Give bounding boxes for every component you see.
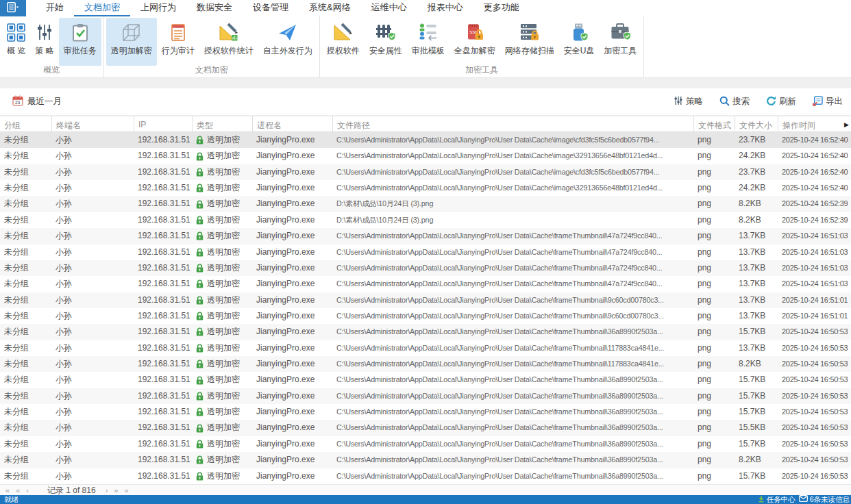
table-row[interactable]: 未分组 小孙 192.168.31.51 透明加密 JianyingPro.ex… (0, 468, 851, 484)
table-row[interactable]: 未分组 小孙 192.168.31.51 透明加密 JianyingPro.ex… (0, 148, 851, 164)
tab-ops-center[interactable]: 运维中心 (361, 0, 417, 16)
next-page-button[interactable]: › (106, 486, 108, 495)
table-row[interactable]: 未分组 小孙 192.168.31.51 透明加密 JianyingPro.ex… (0, 452, 851, 468)
table-row[interactable]: 未分组 小孙 192.168.31.51 透明加密 JianyingPro.ex… (0, 212, 851, 228)
cell-group: 未分组 (0, 340, 51, 356)
paper-plane-icon (278, 21, 297, 43)
cell-terminal: 小孙 (51, 452, 134, 468)
tab-start[interactable]: 开始 (36, 0, 74, 16)
ribbon-button-behavior-audit[interactable]: 行为审计 (157, 18, 199, 66)
refresh-button[interactable]: 刷新 (766, 96, 796, 108)
type-label: 透明加密 (207, 452, 240, 468)
prev-page-button[interactable]: ‹ (26, 486, 29, 495)
column-header-format[interactable]: 文件格式 (693, 116, 735, 131)
lock-icon (196, 248, 204, 257)
table-row[interactable]: 未分组 小孙 192.168.31.51 透明加密 JianyingPro.ex… (0, 372, 851, 388)
ribbon-button-approval-tasks[interactable]: 审批任务 (59, 18, 101, 66)
tab-report-center[interactable]: 报表中心 (417, 0, 473, 16)
cell-terminal: 小孙 (51, 196, 134, 212)
app-menu-button[interactable] (0, 0, 26, 16)
ribbon-button-security-attributes[interactable]: 安全属性 (365, 18, 407, 66)
column-header-time[interactable]: 操作时间 (778, 116, 851, 131)
table-row[interactable]: 未分组 小孙 192.168.31.51 透明加密 JianyingPro.ex… (0, 308, 851, 324)
ribbon-button-overview[interactable]: 概 览 (2, 18, 30, 66)
column-header-type[interactable]: 类型 (192, 116, 252, 131)
cell-time: 2025-10-24 16:50:53 (778, 340, 851, 356)
column-header-terminal[interactable]: 终端名 (51, 116, 134, 131)
type-label: 透明加密 (207, 324, 240, 340)
lock-icon (196, 279, 204, 288)
fast-next-button[interactable]: » (114, 486, 118, 495)
table-row[interactable]: 未分组 小孙 192.168.31.51 透明加密 JianyingPro.ex… (0, 260, 851, 276)
table-row[interactable]: 未分组 小孙 192.168.31.51 透明加密 JianyingPro.ex… (0, 436, 851, 452)
toolbar-actions: 策略 搜索 刷新 导出 (657, 96, 843, 108)
table-row[interactable]: 未分组 小孙 192.168.31.51 透明加密 JianyingPro.ex… (0, 132, 851, 148)
cell-size: 23.7KB (735, 164, 778, 180)
cell-time: 2025-10-24 16:51:03 (778, 244, 851, 260)
ribbon-button-full-disk-encryption[interactable]: SSD 全盘加解密 (449, 18, 500, 66)
table-row[interactable]: 未分组 小孙 192.168.31.51 透明加密 JianyingPro.ex… (0, 244, 851, 260)
first-page-button[interactable]: « (5, 486, 10, 495)
tab-web-behavior[interactable]: 上网行为 (130, 0, 186, 16)
cell-format: png (693, 212, 735, 228)
cell-terminal: 小孙 (51, 228, 134, 244)
type-label: 透明加密 (207, 308, 240, 324)
ribbon-button-encryption-tools[interactable]: 加密工具 (599, 18, 641, 66)
cell-type: 透明加密 (192, 452, 252, 468)
table-row[interactable]: 未分组 小孙 192.168.31.51 透明加密 JianyingPro.ex… (0, 228, 851, 244)
ribbon-group-overview: 概 览 策 略 审批任务 概览 (0, 16, 104, 77)
ribbon-button-authorized-software[interactable]: 授权软件 (322, 18, 365, 66)
table-row[interactable]: 未分组 小孙 192.168.31.51 透明加密 JianyingPro.ex… (0, 196, 851, 212)
table-row[interactable]: 未分组 小孙 192.168.31.51 透明加密 JianyingPro.ex… (0, 420, 851, 436)
tab-system-network[interactable]: 系统&网络 (299, 0, 361, 16)
column-header-path[interactable]: 文件路径 (332, 116, 693, 131)
cell-terminal: 小孙 (51, 164, 134, 180)
table-row[interactable]: 未分组 小孙 192.168.31.51 透明加密 JianyingPro.ex… (0, 164, 851, 180)
cell-time: 2025-10-24 16:52:40 (778, 148, 851, 164)
column-header-ip[interactable]: IP (134, 116, 192, 131)
ribbon-button-outgoing-behavior[interactable]: 自主外发行为 (258, 18, 317, 66)
fast-prev-button[interactable]: « (16, 486, 20, 495)
search-button[interactable]: 搜索 (719, 96, 750, 108)
lock-icon (196, 392, 204, 401)
ribbon-spacer (644, 16, 851, 77)
column-header-group[interactable]: 分组 (0, 116, 51, 131)
ribbon-button-approval-templates[interactable]: 审批模板 (407, 18, 449, 66)
cell-format: png (693, 436, 735, 452)
tab-data-security[interactable]: 数据安全 (186, 0, 243, 16)
grid-icon (7, 21, 25, 43)
column-header-size[interactable]: 文件大小 (735, 116, 778, 131)
export-button[interactable]: 导出 (813, 96, 843, 108)
policy-button[interactable]: 策略 (674, 96, 703, 108)
table-row[interactable]: 未分组 小孙 192.168.31.51 透明加密 JianyingPro.ex… (0, 340, 851, 356)
pagination-bar: « « ‹ 记录 1 of 816 › » » (0, 484, 851, 495)
ribbon-button-secure-usb[interactable]: 安全U盘 (559, 18, 600, 66)
date-range-filter[interactable]: 23 最近一月 (12, 95, 62, 108)
ribbon-button-policy[interactable]: 策 略 (30, 18, 58, 66)
tab-document-encryption[interactable]: 文档加密 (74, 0, 130, 16)
task-center-button[interactable]: 任务中心 (758, 495, 796, 504)
column-header-process[interactable]: 进程名 (252, 116, 332, 131)
tab-device-management[interactable]: 设备管理 (243, 0, 299, 16)
tab-more-features[interactable]: 更多功能 (473, 0, 530, 16)
table-row[interactable]: 未分组 小孙 192.168.31.51 透明加密 JianyingPro.ex… (0, 356, 851, 372)
table-row[interactable]: 未分组 小孙 192.168.31.51 透明加密 JianyingPro.ex… (0, 404, 851, 420)
column-chooser-arrow-icon[interactable]: ▶ (844, 121, 849, 128)
ribbon-button-authorized-software-stats[interactable]: 授权软件统计 (199, 18, 258, 66)
ribbon-button-network-storage-scan[interactable]: 网络存储扫描 (500, 18, 559, 66)
cell-size: 8.2KB (735, 212, 778, 228)
table-row[interactable]: 未分组 小孙 192.168.31.51 透明加密 JianyingPro.ex… (0, 292, 851, 308)
table-row[interactable]: 未分组 小孙 192.168.31.51 透明加密 JianyingPro.ex… (0, 180, 851, 196)
cell-type: 透明加密 (192, 372, 252, 388)
ribbon-button-transparent-encryption[interactable]: 透明加解密 (106, 18, 157, 66)
table-row[interactable]: 未分组 小孙 192.168.31.51 透明加密 JianyingPro.ex… (0, 388, 851, 404)
table-row[interactable]: 未分组 小孙 192.168.31.51 透明加密 JianyingPro.ex… (0, 276, 851, 292)
cell-format: png (693, 260, 735, 276)
last-page-button[interactable]: » (124, 486, 128, 495)
unread-messages-button[interactable]: 6条未读信息 (799, 495, 850, 504)
cell-size: 13.7KB (735, 340, 778, 356)
type-label: 透明加密 (207, 372, 240, 388)
app-menu-icon (7, 2, 19, 15)
table-row[interactable]: 未分组 小孙 192.168.31.51 透明加密 JianyingPro.ex… (0, 324, 851, 340)
cell-format: png (693, 228, 735, 244)
